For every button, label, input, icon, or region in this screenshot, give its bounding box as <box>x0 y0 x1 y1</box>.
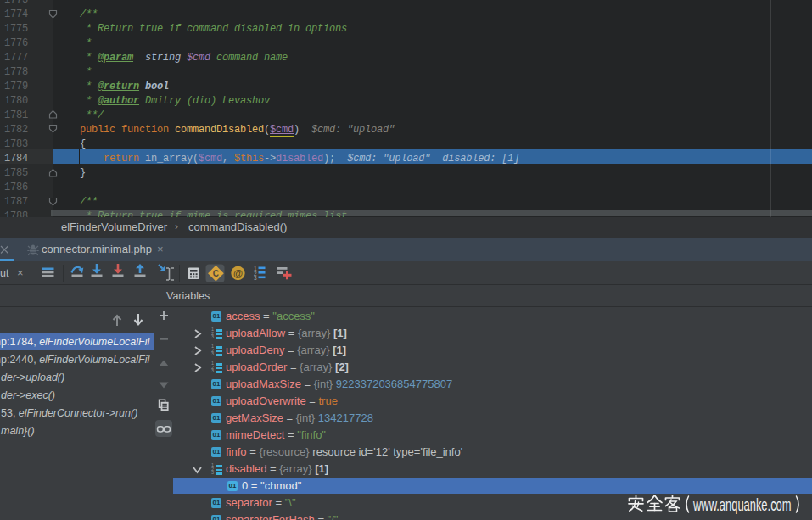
svg-text:@: @ <box>233 268 244 278</box>
svg-text:C: C <box>213 269 219 278</box>
svg-text:www.anquanke.com: www.anquanke.com <box>692 495 791 515</box>
svg-text:3: 3 <box>254 275 257 281</box>
